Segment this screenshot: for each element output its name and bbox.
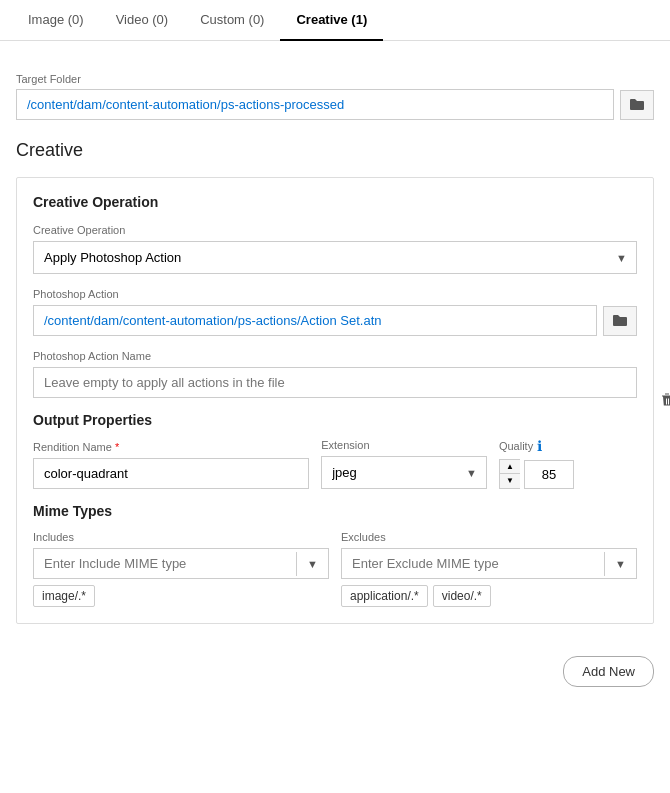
mime-excludes-col: Excludes ▼ application/.* video/.* bbox=[341, 531, 637, 607]
mime-includes-input[interactable] bbox=[34, 549, 296, 578]
tab-video[interactable]: Video (0) bbox=[100, 0, 185, 41]
tab-creative[interactable]: Creative (1) bbox=[280, 0, 383, 41]
mime-tag: application/.* bbox=[341, 585, 428, 607]
output-properties-title: Output Properties bbox=[33, 412, 637, 428]
mime-types-section: Mime Types Includes ▼ image/.* Excludes bbox=[33, 503, 637, 607]
folder-icon bbox=[629, 97, 645, 113]
creative-operation-group: Creative Operation Apply Photoshop Actio… bbox=[33, 224, 637, 274]
mime-excludes-tags: application/.* video/.* bbox=[341, 585, 637, 607]
mime-excludes-label: Excludes bbox=[341, 531, 637, 543]
folder-icon bbox=[612, 313, 628, 329]
quality-label-row: Quality ℹ bbox=[499, 438, 637, 454]
card-title: Creative Operation bbox=[33, 194, 637, 210]
mime-includes-label: Includes bbox=[33, 531, 329, 543]
extension-field: Extension jpeg png gif tiff webp ▼ bbox=[321, 439, 487, 489]
creative-operation-select-wrapper: Apply Photoshop Action ▼ bbox=[33, 241, 637, 274]
extension-select[interactable]: jpeg png gif tiff webp bbox=[321, 456, 487, 489]
photoshop-action-group: Photoshop Action bbox=[33, 288, 637, 336]
quality-spinners: ▲ ▼ bbox=[499, 459, 520, 489]
mime-tag: video/.* bbox=[433, 585, 491, 607]
mime-includes-tags: image/.* bbox=[33, 585, 329, 607]
quality-input[interactable] bbox=[524, 460, 574, 489]
quality-field: Quality ℹ ▲ ▼ bbox=[499, 438, 637, 489]
delete-card-button[interactable] bbox=[659, 391, 670, 410]
quality-spinner-row: ▲ ▼ bbox=[499, 459, 637, 489]
rendition-name-label: Rendition Name * bbox=[33, 441, 309, 453]
tabs-bar: Image (0) Video (0) Custom (0) Creative … bbox=[0, 0, 670, 41]
target-folder-browse-button[interactable] bbox=[620, 90, 654, 120]
extension-select-wrapper: jpeg png gif tiff webp ▼ bbox=[321, 456, 487, 489]
section-heading: Creative bbox=[16, 140, 654, 161]
output-row: Rendition Name * Extension jpeg png gif … bbox=[33, 438, 637, 489]
photoshop-action-name-input[interactable] bbox=[33, 367, 637, 398]
creative-operation-card: Creative Operation Creative Operation Ap… bbox=[16, 177, 654, 624]
tab-image[interactable]: Image (0) bbox=[12, 0, 100, 41]
creative-operation-label: Creative Operation bbox=[33, 224, 637, 236]
photoshop-action-name-label: Photoshop Action Name bbox=[33, 350, 637, 362]
rendition-name-field: Rendition Name * bbox=[33, 441, 309, 489]
mime-tag: image/.* bbox=[33, 585, 95, 607]
mime-excludes-input[interactable] bbox=[342, 549, 604, 578]
trash-icon bbox=[659, 391, 670, 407]
quality-increment-button[interactable]: ▲ bbox=[500, 460, 520, 474]
photoshop-action-browse-button[interactable] bbox=[603, 306, 637, 336]
bottom-bar: Add New bbox=[0, 640, 670, 703]
mime-excludes-dropdown-button[interactable]: ▼ bbox=[604, 552, 636, 576]
mime-excludes-dropdown: ▼ bbox=[341, 548, 637, 579]
mime-types-row: Includes ▼ image/.* Excludes ▼ bbox=[33, 531, 637, 607]
photoshop-action-label: Photoshop Action bbox=[33, 288, 637, 300]
tab-custom[interactable]: Custom (0) bbox=[184, 0, 280, 41]
extension-label: Extension bbox=[321, 439, 487, 451]
creative-operation-select[interactable]: Apply Photoshop Action bbox=[33, 241, 637, 274]
add-new-button[interactable]: Add New bbox=[563, 656, 654, 687]
quality-input-row: ▲ ▼ bbox=[499, 459, 637, 489]
target-folder-label: Target Folder bbox=[16, 73, 654, 85]
quality-label: Quality bbox=[499, 440, 533, 452]
output-properties-group: Output Properties Rendition Name * Exten… bbox=[33, 412, 637, 489]
rendition-name-input[interactable] bbox=[33, 458, 309, 489]
target-folder-row bbox=[16, 89, 654, 120]
mime-types-title: Mime Types bbox=[33, 503, 637, 519]
photoshop-action-name-group: Photoshop Action Name bbox=[33, 350, 637, 398]
photoshop-action-row bbox=[33, 305, 637, 336]
target-folder-input[interactable] bbox=[16, 89, 614, 120]
mime-includes-dropdown-button[interactable]: ▼ bbox=[296, 552, 328, 576]
photoshop-action-input[interactable] bbox=[33, 305, 597, 336]
main-content: Target Folder Creative Creative Operatio… bbox=[0, 41, 670, 624]
mime-includes-dropdown: ▼ bbox=[33, 548, 329, 579]
info-icon: ℹ bbox=[537, 438, 542, 454]
quality-decrement-button[interactable]: ▼ bbox=[500, 474, 520, 488]
mime-includes-col: Includes ▼ image/.* bbox=[33, 531, 329, 607]
